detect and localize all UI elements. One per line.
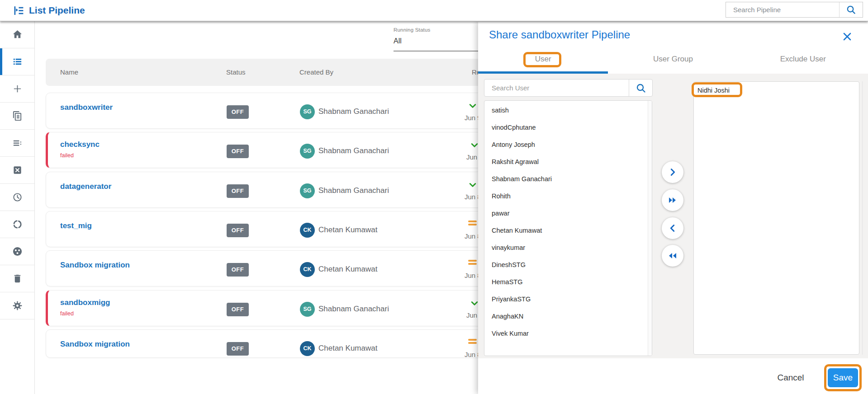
sidebar-item-list-details[interactable] (0, 130, 34, 157)
user-list-scrollbar[interactable] (648, 101, 652, 356)
column-header-name: Name (60, 59, 78, 86)
available-user-item[interactable]: Vivek Kumar (484, 325, 652, 342)
search-user-box (484, 79, 653, 97)
status-badge[interactable]: OFF (227, 105, 249, 119)
created-by-name: Chetan Kumawat (318, 344, 377, 353)
chevron-down-icon[interactable] (470, 141, 479, 150)
tab-user-group[interactable]: User Group (608, 47, 738, 71)
equals-icon (468, 263, 477, 265)
move-right-button[interactable] (662, 161, 683, 183)
search-icon (636, 83, 646, 94)
available-user-item[interactable]: Chetan Kumawat (484, 222, 652, 239)
available-users-list: satishvinodCphutaneAntony JosephRakshit … (484, 100, 652, 356)
pipeline-name-link[interactable]: checksync (60, 140, 100, 149)
sidebar-item-delete-box[interactable] (0, 157, 34, 184)
failed-label: failed (60, 152, 74, 159)
cancel-button[interactable]: Cancel (766, 370, 816, 385)
highlight-ring-user-tab (523, 52, 561, 67)
available-user-item[interactable]: vinaykumar (484, 239, 652, 256)
move-left-button[interactable] (662, 217, 683, 239)
pipeline-name-link[interactable]: test_mig (60, 221, 92, 230)
double-arrow-right-icon (667, 195, 678, 206)
trash-icon (12, 273, 23, 284)
avatar: SG (300, 144, 315, 159)
sidebar-item-pipeline-list[interactable] (0, 48, 34, 75)
available-user-item[interactable]: Rohith (484, 188, 652, 205)
pipeline-list-icon (12, 56, 23, 67)
panel-content: satishvinodCphutaneAntony JosephRakshit … (478, 74, 868, 358)
search-user-input[interactable] (484, 80, 627, 96)
available-user-item[interactable]: satish (484, 102, 652, 119)
running-status-label: Running Status (394, 27, 430, 33)
chevron-down-icon[interactable] (468, 101, 477, 110)
chevron-down-icon[interactable] (470, 299, 479, 308)
created-by-name: Shabnam Ganachari (318, 186, 389, 195)
close-icon[interactable] (842, 31, 853, 42)
sidebar-item-settings[interactable] (0, 292, 34, 319)
panel-scrollbar (862, 81, 863, 355)
pipeline-name-link[interactable]: Sandbox migration (60, 261, 130, 270)
tab-exclude-user[interactable]: Exclude User (738, 47, 868, 71)
page: Name Status Created By Res sandboxwriter… (0, 0, 868, 394)
avatar: SG (300, 104, 315, 119)
available-user-item[interactable]: Shabnam Ganachari (484, 170, 652, 188)
created-by-name: Shabnam Ganachari (318, 107, 389, 116)
avatar: SG (300, 183, 315, 198)
equals-icon (468, 224, 477, 225)
status-badge[interactable]: OFF (227, 263, 249, 277)
home-icon (12, 29, 23, 40)
sidebar (0, 21, 35, 394)
available-user-item[interactable]: HemaSTG (484, 273, 652, 291)
sidebar-item-add[interactable] (0, 75, 34, 103)
share-pipeline-panel: Share sandboxwriter Pipeline User User G… (478, 22, 868, 394)
gear-icon (12, 300, 23, 311)
pipeline-search-icon-button[interactable] (839, 2, 863, 17)
created-by-name: Shabnam Ganachari (318, 146, 389, 155)
move-all-right-button[interactable] (662, 189, 683, 211)
chevron-down-icon[interactable] (468, 180, 477, 189)
list-pipeline-icon (13, 5, 24, 16)
available-user-item[interactable]: DineshSTG (484, 256, 652, 273)
box-x-icon (12, 165, 23, 175)
pipeline-search-box (726, 2, 863, 18)
avatar: CK (300, 341, 315, 356)
running-status-select[interactable]: All (394, 37, 402, 45)
list-details-icon (12, 138, 23, 148)
pipeline-name-link[interactable]: datagenerator (60, 182, 111, 191)
panel-title: Share sandboxwriter Pipeline (489, 28, 630, 42)
equals-icon (468, 342, 477, 344)
pipeline-name-link[interactable]: sandboxwriter (60, 103, 113, 112)
status-badge[interactable]: OFF (227, 303, 249, 316)
available-user-item[interactable]: Antony Joseph (484, 136, 652, 153)
search-user-icon-button[interactable] (629, 80, 652, 96)
move-all-left-button[interactable] (662, 245, 683, 267)
sidebar-item-trash[interactable] (0, 265, 34, 292)
created-by-name: Shabnam Ganachari (318, 305, 389, 314)
available-user-item[interactable]: AnaghaKN (484, 308, 652, 325)
column-header-status: Status (226, 59, 246, 86)
chevron-left-icon (668, 223, 678, 233)
double-arrow-left-icon (667, 250, 678, 261)
pipeline-search-input[interactable] (726, 2, 838, 17)
copy-icon (12, 111, 23, 121)
pipeline-name-link[interactable]: sandboxmigg (60, 298, 110, 307)
highlight-ring-save-button (824, 364, 862, 391)
available-user-item[interactable]: pawar (484, 205, 652, 222)
pipeline-name-link[interactable]: Sandbox migration (60, 340, 130, 349)
search-icon (846, 5, 856, 15)
created-by-name: Chetan Kumawat (318, 225, 377, 235)
sidebar-item-copy[interactable] (0, 103, 34, 130)
failed-label: failed (60, 310, 74, 317)
available-user-item[interactable]: Rakshit Agrawal (484, 153, 652, 170)
available-user-item[interactable]: PriyankaSTG (484, 291, 652, 308)
chevron-right-icon (668, 167, 678, 177)
status-badge[interactable]: OFF (227, 184, 249, 198)
status-badge[interactable]: OFF (227, 145, 249, 158)
status-badge[interactable]: OFF (227, 342, 249, 356)
sidebar-item-history[interactable] (0, 184, 34, 211)
available-user-item[interactable]: vinodCphutane (484, 119, 652, 136)
sidebar-item-sync[interactable] (0, 211, 34, 238)
status-badge[interactable]: OFF (227, 224, 249, 237)
sidebar-item-cluster[interactable] (0, 238, 34, 265)
sidebar-item-home[interactable] (0, 21, 34, 48)
